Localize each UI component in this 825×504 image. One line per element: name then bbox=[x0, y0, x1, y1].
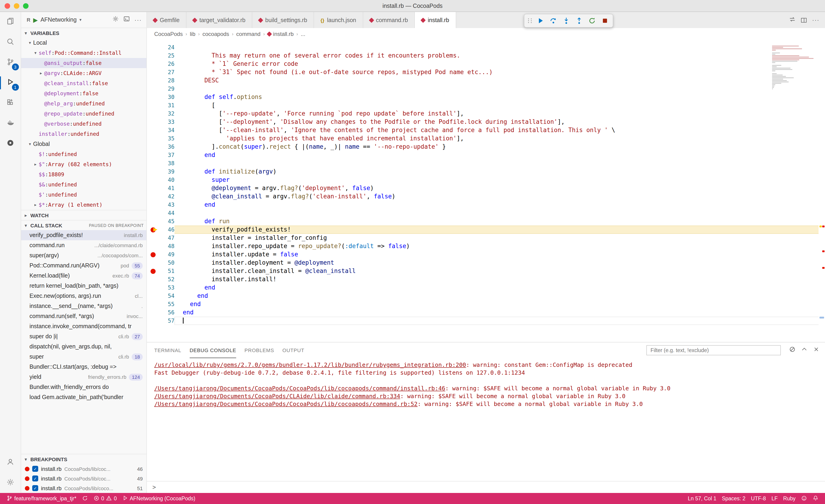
stack-frame-row[interactable]: return kernel_load(bin_path, *args) bbox=[21, 281, 146, 291]
code-line[interactable]: 27 * `31` Spec not found (i.e out-of-dat… bbox=[147, 68, 825, 76]
tab-output[interactable]: OUTPUT bbox=[283, 342, 304, 358]
variable-row[interactable]: ▾Local bbox=[21, 38, 146, 48]
stack-frame-row[interactable]: verify_podfile_exists!install.rb bbox=[21, 230, 146, 240]
code-line[interactable]: 53 end bbox=[147, 283, 825, 292]
console-filter-input[interactable] bbox=[646, 345, 781, 355]
gutter-glyph-margin[interactable] bbox=[147, 234, 159, 242]
breakpoint-row[interactable]: ✓install.rbCocoaPods/lib/coc...49 bbox=[21, 474, 146, 483]
code-line[interactable]: 57 bbox=[147, 317, 825, 325]
gutter-glyph-margin[interactable] bbox=[147, 143, 159, 151]
gutter-glyph-margin[interactable] bbox=[147, 283, 159, 292]
stack-frame-row[interactable]: Bundler.with_friendly_errors do bbox=[21, 382, 146, 392]
restart-icon[interactable] bbox=[586, 15, 598, 27]
variables-section-header[interactable]: ▾ VARIABLES bbox=[21, 28, 146, 38]
git-branch-indicator[interactable]: feature/framework_ipa_tjr* bbox=[4, 493, 79, 504]
maximize-panel-icon[interactable] bbox=[801, 346, 808, 354]
breadcrumb-item-...[interactable]: ... bbox=[301, 30, 305, 37]
split-editor-icon[interactable] bbox=[801, 18, 807, 22]
code-line[interactable]: 56end bbox=[147, 308, 825, 317]
variable-row[interactable]: $$: 18809 bbox=[21, 169, 146, 179]
indentation-indicator[interactable]: Spaces: 2 bbox=[719, 493, 748, 504]
toolbar-drag-handle[interactable] bbox=[526, 18, 534, 23]
code-line[interactable]: 42 @clean_install = argv.flag?('clean-in… bbox=[147, 192, 825, 201]
editor-more-actions-icon[interactable]: ··· bbox=[812, 17, 820, 23]
gutter-glyph-margin[interactable] bbox=[147, 226, 159, 234]
stack-frame-row[interactable]: load Gem.activate_bin_path('bundler bbox=[21, 392, 146, 402]
gutter-glyph-margin[interactable] bbox=[147, 135, 159, 143]
views-more-actions-icon[interactable]: ··· bbox=[135, 16, 142, 23]
gutter-glyph-margin[interactable] bbox=[147, 267, 159, 275]
code-line[interactable]: 49 installer.update = false bbox=[147, 250, 825, 259]
breadcrumb-item-cocoapods[interactable]: cocoapods bbox=[203, 30, 229, 37]
code-line[interactable]: 43 end bbox=[147, 201, 825, 209]
variable-row[interactable]: $&: undefined bbox=[21, 179, 146, 190]
sidebar-item-source-control[interactable]: 3 bbox=[0, 53, 21, 73]
variable-row[interactable]: @verbose: undefined bbox=[21, 119, 146, 129]
code-line[interactable]: 55 end bbox=[147, 300, 825, 308]
gutter-glyph-margin[interactable] bbox=[147, 85, 159, 93]
editor-tab-build_settings.rb[interactable]: build_settings.rb bbox=[252, 12, 314, 28]
call-stack-section-header[interactable]: ▾ CALL STACK PAUSED ON BREAKPOINT bbox=[21, 220, 146, 230]
notifications-indicator[interactable] bbox=[810, 493, 821, 504]
gutter-glyph-margin[interactable] bbox=[147, 209, 159, 217]
stack-frame-row[interactable]: Bundler::CLI.start(args, :debug => bbox=[21, 362, 146, 372]
code-line[interactable]: 32 ['--repo-update', 'Force running `pod… bbox=[147, 109, 825, 118]
language-mode-indicator[interactable]: Ruby bbox=[780, 493, 798, 504]
gutter-glyph-margin[interactable] bbox=[147, 159, 159, 168]
stack-frame-row[interactable]: Pod::Command.run(ARGV)pod55 bbox=[21, 260, 146, 271]
code-line[interactable]: 40 super bbox=[147, 176, 825, 184]
console-source-link[interactable]: /Users/tangjiarong/Documents/CocoaPods/C… bbox=[154, 385, 445, 392]
code-line[interactable]: 44 bbox=[147, 209, 825, 217]
accounts-button[interactable] bbox=[0, 452, 21, 473]
code-line[interactable]: 25 This may return one of several error … bbox=[147, 52, 825, 60]
code-line[interactable]: 31 [ bbox=[147, 101, 825, 109]
variable-row[interactable]: @repo_update: undefined bbox=[21, 109, 146, 119]
debug-console-input[interactable]: > bbox=[147, 481, 825, 493]
sidebar-item-explorer[interactable] bbox=[0, 12, 21, 32]
variable-row[interactable]: ▾self: Pod::Command::Install bbox=[21, 48, 146, 58]
gutter-glyph-margin[interactable] bbox=[147, 151, 159, 159]
cursor-position-indicator[interactable]: Ln 57, Col 1 bbox=[685, 493, 719, 504]
tab-problems[interactable]: PROBLEMS bbox=[244, 342, 274, 358]
sidebar-item-run-debug[interactable]: 1 bbox=[0, 73, 21, 93]
stack-frame-row[interactable]: super(argv).../cocoapods/com... bbox=[21, 250, 146, 260]
breadcrumb-item-CocoaPods[interactable]: CocoaPods bbox=[154, 30, 183, 37]
code-line[interactable]: 45 def run bbox=[147, 217, 825, 226]
console-source-link[interactable]: /Users/tangjiarong/Documents/CocoaPods/C… bbox=[154, 393, 400, 400]
tab-debug-console[interactable]: DEBUG CONSOLE bbox=[190, 342, 236, 358]
gutter-glyph-margin[interactable] bbox=[147, 109, 159, 118]
gutter-glyph-margin[interactable] bbox=[147, 184, 159, 192]
eol-indicator[interactable]: LF bbox=[769, 493, 780, 504]
editor-tab-command.rb[interactable]: command.rb bbox=[363, 12, 415, 28]
editor-swap-icon[interactable] bbox=[789, 16, 796, 24]
watch-section-header[interactable]: ▸ WATCH bbox=[21, 210, 146, 220]
feedback-indicator[interactable] bbox=[798, 493, 810, 504]
code-line[interactable]: 47 installer = installer_for_config bbox=[147, 234, 825, 242]
manage-button[interactable] bbox=[0, 473, 21, 493]
minimap[interactable] bbox=[771, 43, 819, 91]
stack-frame-row[interactable]: yieldfriendly_errors.rb124 bbox=[21, 372, 146, 382]
gutter-glyph-margin[interactable] bbox=[147, 60, 159, 68]
editor-tab-install.rb[interactable]: install.rb bbox=[415, 12, 456, 28]
gutter-glyph-margin[interactable] bbox=[147, 250, 159, 259]
launch-config-gear-icon[interactable] bbox=[112, 16, 119, 24]
problems-indicator[interactable]: 0 0 bbox=[91, 493, 120, 504]
breadcrumb-item-command[interactable]: command bbox=[236, 30, 260, 37]
variable-row[interactable]: @deployment: false bbox=[21, 88, 146, 98]
sidebar-item-search[interactable] bbox=[0, 32, 21, 53]
variable-row[interactable]: @help_arg: undefined bbox=[21, 98, 146, 109]
gutter-glyph-margin[interactable] bbox=[147, 201, 159, 209]
sync-indicator[interactable] bbox=[79, 493, 91, 504]
variable-row[interactable]: $': undefined bbox=[21, 190, 146, 200]
gutter-glyph-margin[interactable] bbox=[147, 43, 159, 52]
code-line[interactable]: 29 bbox=[147, 85, 825, 93]
editor-tab-Gemfile[interactable]: Gemfile bbox=[147, 12, 186, 28]
gutter-glyph-margin[interactable] bbox=[147, 68, 159, 76]
stack-frame-row[interactable]: instance.__send__(name, *args). bbox=[21, 301, 146, 311]
editor-tab-launch.json[interactable]: {}launch.json bbox=[314, 12, 363, 28]
step-out-icon[interactable] bbox=[573, 15, 585, 27]
gutter-glyph-margin[interactable] bbox=[147, 217, 159, 226]
code-line[interactable]: 54 end bbox=[147, 292, 825, 300]
console-source-link[interactable]: /usr/local/lib/ruby/gems/2.7.0/gems/bund… bbox=[154, 361, 466, 368]
stack-frame-row[interactable]: supercli.rb18 bbox=[21, 352, 146, 362]
